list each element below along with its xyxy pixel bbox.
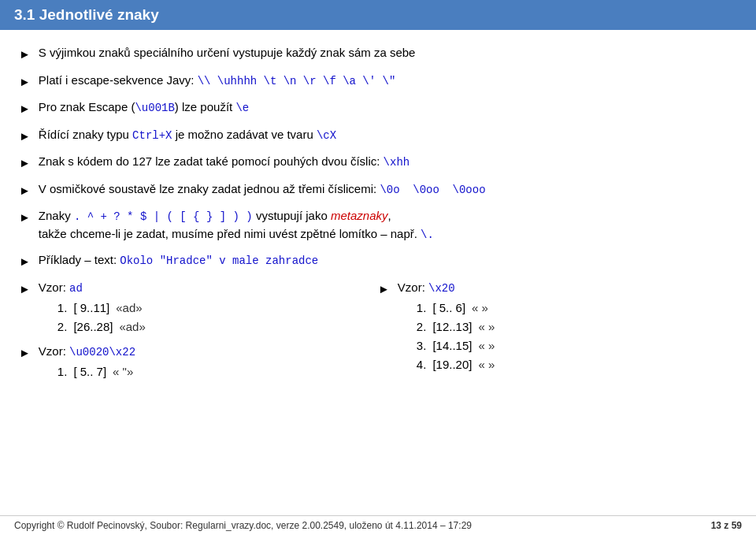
item-text: V osmičkové soustavě lze znaky zadat jed… (39, 180, 737, 199)
list-item: ► Vzor: \u0020\x22 1. [ 5.. 7] « "» (19, 343, 378, 381)
match-num: 1. (417, 299, 427, 318)
list-item: ► Pro znak Escape (\u001B) lze použít \e (19, 98, 737, 118)
bullet-arrow: ► (19, 182, 31, 200)
match-num: 1. (57, 299, 68, 318)
match-range: [19..20] (432, 355, 472, 374)
list-item: ► Vzor: ad 1. [ 9..11] «ad» 2. [26..28] (19, 279, 378, 336)
list-item: ► Vzor: \x20 1. [ 5.. 6] « » 2. [12..1 (378, 279, 737, 374)
list-item: ► Příklady – text: Okolo "Hradce" v male… (19, 251, 737, 271)
match-item: 2. [12..13] « » (417, 318, 737, 336)
match-item: 1. [ 5.. 7] « "» (57, 362, 378, 381)
item-text: Platí i escape-sekvence Javy: \\ \uhhhh … (39, 72, 737, 90)
right-bullet-list: ► Vzor: \x20 1. [ 5.. 6] « » 2. [12..1 (378, 279, 737, 374)
match-range: [12..13] (432, 318, 472, 336)
page-header: 3.1 Jednotlivé znaky (0, 0, 756, 30)
header-title: 3.1 Jednotlivé znaky (14, 6, 159, 23)
match-num: 1. (57, 362, 68, 381)
item-text: Vzor: \x20 1. [ 5.. 6] « » 2. [12..13] «… (398, 279, 737, 374)
list-item: ► V osmičkové soustavě lze znaky zadat j… (19, 180, 737, 200)
bullet-arrow: ► (19, 73, 31, 91)
bullet-arrow: ► (19, 100, 31, 118)
bullet-arrow: ► (19, 281, 31, 299)
examples-right: ► Vzor: \x20 1. [ 5.. 6] « » 2. [12..1 (378, 279, 737, 386)
examples-section: ► Vzor: ad 1. [ 9..11] «ad» 2. [26..28] (19, 279, 737, 386)
item-text: Řídící znaky typu Ctrl+X je možno zadáva… (39, 126, 737, 144)
match-range: [14..15] (432, 336, 472, 355)
bullet-arrow: ► (19, 46, 31, 64)
footer-copyright: Copyright © Rudolf Pecinovský, Soubor: R… (14, 520, 472, 531)
bullet-arrow: ► (378, 281, 390, 299)
item-text: Vzor: \u0020\x22 1. [ 5.. 7] « "» (39, 343, 378, 381)
list-item: ► Řídící znaky typu Ctrl+X je možno zadá… (19, 126, 737, 146)
match-item: 2. [26..28] «ad» (57, 318, 378, 336)
match-item: 1. [ 9..11] «ad» (57, 299, 378, 318)
match-item: 3. [14..15] « » (417, 336, 737, 355)
match-item: 4. [19..20] « » (417, 355, 737, 374)
bullet-arrow: ► (19, 344, 31, 362)
match-guillemet: « » (478, 318, 495, 336)
main-content: ► S výjimkou znaků speciálního určení vy… (0, 30, 756, 515)
match-num: 4. (417, 355, 427, 374)
item-text: Pro znak Escape (\u001B) lze použít \e (39, 98, 737, 117)
match-guillemet: «ad» (119, 318, 145, 336)
item-text: Znak s kódem do 127 lze zadat také pomoc… (39, 153, 737, 171)
match-range: [ 5.. 7] (73, 362, 106, 381)
match-item: 1. [ 5.. 6] « » (417, 299, 737, 318)
page-footer: Copyright © Rudolf Pecinovský, Soubor: R… (0, 515, 756, 535)
left-bullet-list: ► Vzor: ad 1. [ 9..11] «ad» 2. [26..28] (19, 279, 378, 381)
item-text: Znaky . ^ + ? * $ | ( [ { } ] ) ) vystup… (39, 207, 737, 243)
bullet-arrow: ► (19, 128, 31, 146)
match-num: 3. (417, 336, 427, 355)
match-list: 1. [ 9..11] «ad» 2. [26..28] «ad» (57, 299, 378, 336)
match-num: 2. (417, 318, 427, 336)
list-item: ► S výjimkou znaků speciálního určení vy… (19, 44, 737, 64)
match-range: [ 5.. 6] (432, 299, 465, 318)
bullet-arrow: ► (19, 154, 31, 173)
match-num: 2. (57, 318, 68, 336)
match-guillemet: «ad» (116, 299, 142, 318)
match-guillemet: « » (478, 355, 495, 374)
match-list: 1. [ 5.. 7] « "» (57, 362, 378, 381)
list-item: ► Platí i escape-sekvence Javy: \\ \uhhh… (19, 72, 737, 91)
item-text: S výjimkou znaků speciálního určení vyst… (39, 44, 737, 62)
match-range: [26..28] (73, 318, 113, 336)
match-list: 1. [ 5.. 6] « » 2. [12..13] « » 3. (417, 299, 737, 374)
match-guillemet: « » (472, 299, 488, 318)
item-text: Příklady – text: Okolo "Hradce" v male z… (39, 251, 737, 269)
list-item: ► Znaky . ^ + ? * $ | ( [ { } ] ) ) vyst… (19, 207, 737, 243)
item-text: Vzor: ad 1. [ 9..11] «ad» 2. [26..28] «a… (39, 279, 378, 336)
match-guillemet: « "» (113, 362, 133, 381)
examples-left: ► Vzor: ad 1. [ 9..11] «ad» 2. [26..28] (19, 279, 378, 386)
match-range: [ 9..11] (73, 299, 109, 318)
match-guillemet: « » (478, 336, 495, 355)
bullet-arrow: ► (19, 209, 31, 227)
footer-page: 13 z 59 (711, 520, 742, 531)
bullet-arrow: ► (19, 253, 31, 271)
list-item: ► Znak s kódem do 127 lze zadat také pom… (19, 153, 737, 173)
bullet-list: ► S výjimkou znaků speciálního určení vy… (19, 44, 737, 271)
